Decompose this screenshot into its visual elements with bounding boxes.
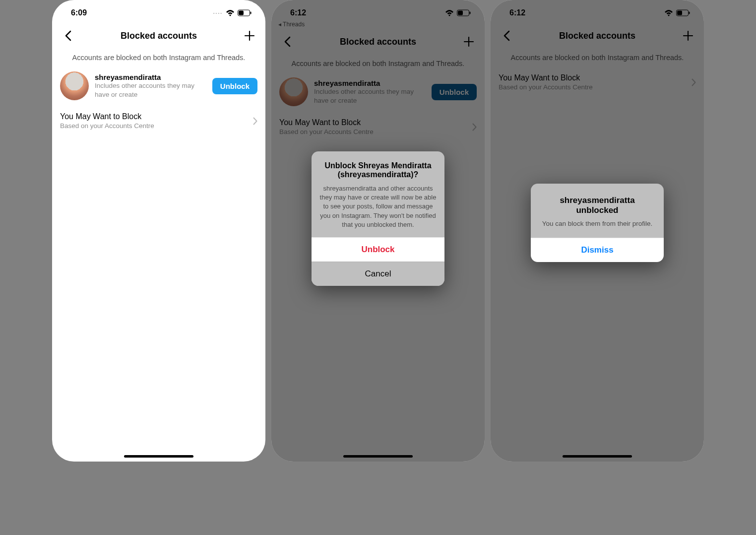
avatar[interactable] — [60, 71, 89, 100]
dialog-title: shreyasmendiratta unblocked — [541, 196, 654, 215]
page-header: Blocked accounts — [271, 28, 485, 56]
status-time: 6:12 — [509, 8, 525, 17]
svg-rect-11 — [677, 11, 682, 15]
dialog-cancel-button[interactable]: Cancel — [312, 262, 444, 286]
status-right — [664, 9, 690, 16]
header-title: Blocked accounts — [294, 37, 462, 47]
home-indicator[interactable] — [343, 455, 413, 458]
svg-rect-3 — [239, 11, 244, 15]
status-right — [445, 9, 471, 16]
svg-rect-6 — [470, 12, 471, 14]
page-subtitle: Accounts are blocked on both Instagram a… — [271, 56, 485, 74]
dialog-body: shreyasmendiratta and other accounts the… — [319, 184, 437, 229]
account-username: shreyasmendiratta — [314, 79, 426, 87]
battery-icon — [676, 9, 690, 16]
account-subtext: Includes other accounts they may have or… — [95, 81, 206, 99]
page-header: Blocked accounts — [52, 22, 265, 50]
status-right: •••• — [213, 9, 252, 16]
suggest-subtitle: Based on your Accounts Centre — [60, 122, 257, 130]
add-button[interactable] — [243, 29, 256, 43]
dialog-unblock-button[interactable]: Unblock — [312, 237, 444, 262]
dialog-body: You can block them from their profile. — [541, 219, 654, 229]
svg-rect-7 — [458, 11, 463, 15]
chevron-right-icon — [253, 117, 257, 125]
suggest-block-row[interactable]: You May Want to Block Based on your Acco… — [271, 113, 485, 140]
suggest-subtitle: Based on your Accounts Centre — [499, 83, 696, 91]
unblocked-result-dialog: shreyasmendiratta unblocked You can bloc… — [531, 184, 664, 262]
suggest-title: You May Want to Block — [279, 118, 477, 127]
suggest-block-row[interactable]: You May Want to Block Based on your Acco… — [491, 68, 704, 96]
suggest-subtitle: Based on your Accounts Centre — [279, 128, 477, 135]
battery-icon — [457, 9, 471, 16]
page-subtitle: Accounts are blocked on both Instagram a… — [491, 50, 704, 68]
back-to-app[interactable]: ◂ Threads — [271, 21, 485, 28]
svg-rect-2 — [251, 12, 252, 14]
screen-2: 6:12 ◂ Threads Blocked accounts Accounts… — [271, 0, 485, 462]
unblock-confirm-dialog: Unblock Shreyas Mendiratta (shreyasmendi… — [312, 151, 444, 286]
home-indicator[interactable] — [563, 455, 632, 458]
dialog-dismiss-button[interactable]: Dismiss — [531, 238, 664, 262]
suggest-title: You May Want to Block — [60, 112, 257, 121]
svg-point-4 — [448, 14, 450, 16]
unblock-button[interactable]: Unblock — [212, 78, 257, 94]
back-button[interactable] — [61, 29, 75, 43]
wifi-icon — [664, 9, 673, 16]
status-bar: 6:09 •••• — [52, 0, 265, 22]
unblock-button[interactable]: Unblock — [432, 84, 477, 100]
account-username: shreyasmendiratta — [95, 73, 206, 81]
add-button[interactable] — [681, 29, 695, 43]
status-bar: 6:12 — [491, 0, 704, 22]
screen-1: 6:09 •••• Blocked accounts Accounts are … — [52, 0, 265, 462]
header-title: Blocked accounts — [75, 31, 243, 41]
suggest-title: You May Want to Block — [499, 73, 696, 82]
status-time: 6:09 — [71, 8, 87, 17]
status-time: 6:12 — [290, 8, 306, 17]
back-button[interactable] — [280, 35, 294, 49]
screen-3: 6:12 Blocked accounts Accounts are block… — [491, 0, 704, 462]
back-button[interactable] — [500, 29, 513, 43]
svg-rect-10 — [689, 12, 690, 14]
svg-point-0 — [229, 14, 231, 16]
page-header: Blocked accounts — [491, 22, 704, 50]
page-subtitle: Accounts are blocked on both Instagram a… — [52, 50, 265, 68]
add-button[interactable] — [462, 35, 476, 49]
cell-dots-icon: •••• — [213, 11, 223, 15]
suggest-block-row[interactable]: You May Want to Block Based on your Acco… — [52, 107, 265, 134]
chevron-right-icon — [472, 123, 477, 131]
dialog-title: Unblock Shreyas Mendiratta (shreyasmendi… — [319, 161, 437, 179]
wifi-icon — [226, 9, 235, 16]
avatar[interactable] — [279, 77, 308, 106]
status-bar: 6:12 — [271, 0, 485, 22]
battery-icon — [238, 9, 252, 16]
svg-point-8 — [668, 14, 669, 16]
wifi-icon — [445, 9, 454, 16]
chevron-right-icon — [692, 78, 696, 86]
blocked-account-row: shreyasmendiratta Includes other account… — [271, 74, 485, 113]
blocked-account-row: shreyasmendiratta Includes other account… — [52, 68, 265, 107]
account-subtext: Includes other accounts they may have or… — [314, 87, 426, 105]
header-title: Blocked accounts — [513, 31, 681, 41]
home-indicator[interactable] — [124, 455, 193, 458]
